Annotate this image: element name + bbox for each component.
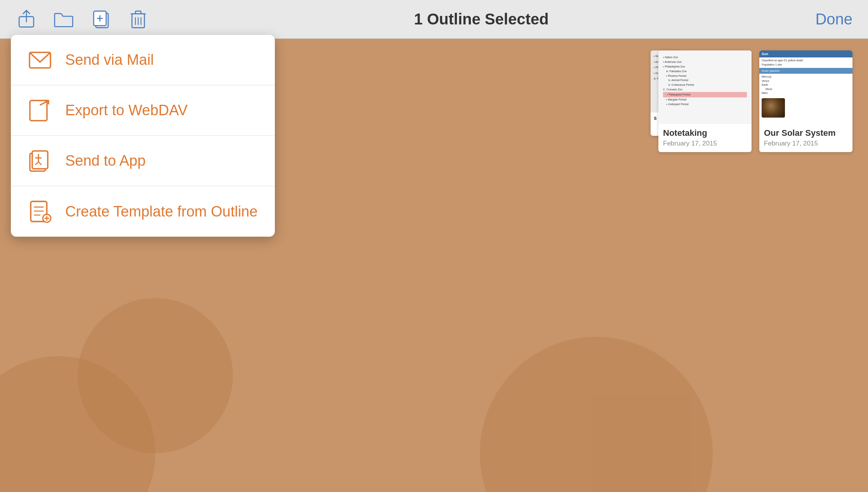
send-mail-item[interactable]: Send via Mail (11, 35, 275, 85)
share-button[interactable] (16, 9, 37, 30)
send-app-item[interactable]: Send to App (11, 136, 275, 186)
export-webdav-label: Export to WebDAV (65, 102, 187, 119)
send-app-label: Send to App (65, 152, 146, 169)
toolbar-action-icons (16, 9, 149, 30)
solar-system-card[interactable]: Sun Classified as type G1 yellow dwarf P… (759, 50, 852, 152)
solar-preview: Sun Classified as type G1 yellow dwarf P… (759, 50, 852, 124)
bg-decoration (480, 337, 713, 492)
mail-icon (26, 47, 54, 74)
folder-button[interactable] (53, 9, 75, 30)
notetaking-info: Notetaking February 17, 2015 (658, 124, 752, 152)
trash-button[interactable] (127, 9, 149, 30)
copy-button[interactable] (90, 9, 112, 30)
solar-content: Mercury Venus Earth Moon Mars (759, 74, 852, 97)
bg-decoration (78, 298, 233, 453)
svg-rect-8 (135, 11, 141, 14)
webdav-icon (26, 97, 54, 124)
done-button[interactable]: Done (814, 10, 852, 28)
notetaking-card[interactable]: • Nation Zoo • Anderson Zoo • Philadelph… (658, 50, 752, 152)
notetaking-date: February 17, 2015 (663, 140, 747, 147)
planet-thumbnail (762, 98, 785, 118)
create-template-label: Create Template from Outline (65, 203, 258, 220)
solar-info: Our Solar System February 17, 2015 (759, 124, 852, 152)
solar-header: Sun (759, 50, 852, 57)
toolbar-title: 1 Outline Selected (149, 10, 814, 28)
solar-title: Our Solar System (764, 128, 848, 138)
send-mail-label: Send via Mail (65, 52, 154, 68)
notetaking-title: Notetaking (663, 128, 747, 138)
export-webdav-item[interactable]: Export to WebDAV (11, 85, 275, 136)
popover-arrow (30, 35, 44, 36)
template-icon (26, 198, 54, 225)
svg-rect-13 (30, 100, 47, 121)
send-app-icon (26, 147, 54, 175)
solar-blue-row: Inner planets (759, 68, 852, 74)
solar-date: February 17, 2015 (764, 140, 848, 147)
notetaking-preview: • Nation Zoo • Anderson Zoo • Philadelph… (658, 50, 752, 124)
create-template-item[interactable]: Create Template from Outline (11, 186, 275, 237)
toolbar: 1 Outline Selected Done (0, 0, 868, 39)
action-menu-popover: Send via Mail Export to WebDAV Send to A… (11, 35, 275, 237)
svg-rect-16 (32, 151, 48, 169)
thumbnails-container: • Nation Zoo • Anderson Zoo • Philadelph… (658, 50, 852, 152)
